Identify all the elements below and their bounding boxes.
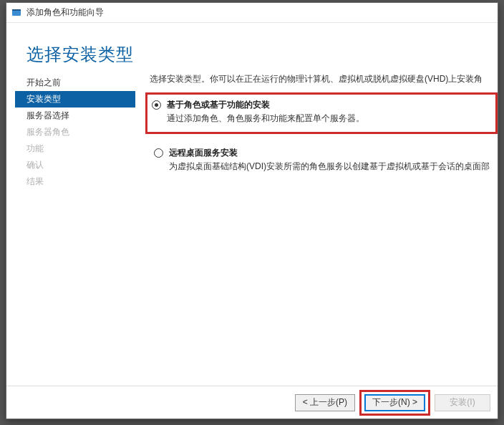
option-rds[interactable]: 远程桌面服务安装 为虚拟桌面基础结构(VDI)安装所需的角色服务以创建基于虚拟机… xyxy=(150,144,498,176)
prev-button[interactable]: < 上一步(P) xyxy=(295,394,355,411)
radio-rds[interactable] xyxy=(154,148,163,158)
sidebar-item-server-roles: 服务器角色 xyxy=(15,124,135,140)
page-title: 选择安装类型 xyxy=(26,43,483,66)
footer: < 上一步(P) 下一步(N) > 安装(I) xyxy=(6,386,498,419)
sidebar-item-results: 结果 xyxy=(15,173,135,190)
option-role-based-title: 基于角色或基于功能的安装 xyxy=(167,99,364,111)
main-panel: 选择安装类型。你可以在正在运行的物理计算机、虚拟机或脱机虚拟硬盘(VHD)上安装… xyxy=(128,72,498,386)
install-button: 安装(I) xyxy=(435,394,490,411)
app-icon xyxy=(11,7,22,19)
next-highlight: 下一步(N) > xyxy=(359,390,430,416)
sidebar-item-confirm: 确认 xyxy=(15,157,135,173)
sidebar-item-before-begin[interactable]: 开始之前 xyxy=(15,75,135,91)
option-rds-desc: 为虚拟桌面基础结构(VDI)安装所需的角色服务以创建基于虚拟机或基于会话的桌面部 xyxy=(169,161,490,173)
titlebar: 添加角色和功能向导 xyxy=(6,3,498,23)
option-role-based-desc: 通过添加角色、角色服务和功能来配置单个服务器。 xyxy=(167,113,364,125)
intro-text: 选择安装类型。你可以在正在运行的物理计算机、虚拟机或脱机虚拟硬盘(VHD)上安装… xyxy=(150,73,498,85)
window-title: 添加角色和功能向导 xyxy=(26,6,104,19)
wizard-window: 添加角色和功能向导 选择安装类型 开始之前 安装类型 服务器选择 服务器角色 功… xyxy=(6,2,498,419)
next-button[interactable]: 下一步(N) > xyxy=(364,394,425,411)
sidebar: 开始之前 安装类型 服务器选择 服务器角色 功能 确认 结果 xyxy=(6,75,128,386)
sidebar-item-install-type[interactable]: 安装类型 xyxy=(15,91,135,108)
option-role-based[interactable]: 基于角色或基于功能的安装 通过添加角色、角色服务和功能来配置单个服务器。 xyxy=(145,92,498,134)
radio-role-based[interactable] xyxy=(152,100,161,110)
sidebar-item-server-select[interactable]: 服务器选择 xyxy=(15,108,135,124)
option-rds-title: 远程桌面服务安装 xyxy=(169,147,490,159)
svg-rect-1 xyxy=(12,9,21,11)
sidebar-item-features: 功能 xyxy=(15,140,135,157)
